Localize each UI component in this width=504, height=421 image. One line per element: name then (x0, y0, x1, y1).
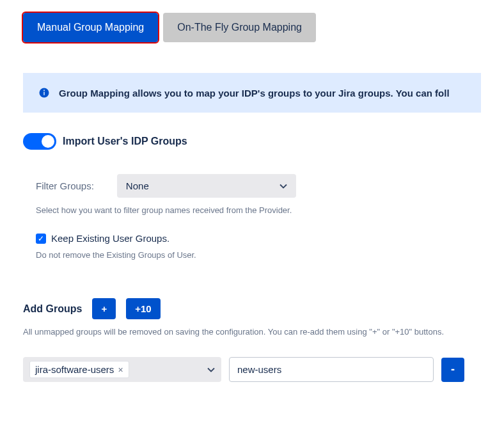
chevron-down-icon (207, 367, 215, 372)
add-groups-help: All unmapped groups will be removed on s… (23, 327, 481, 337)
svg-rect-1 (43, 92, 45, 95)
keep-existing-groups-checkbox[interactable]: ✓ (36, 234, 46, 244)
import-idp-groups-label: Import User's IDP Groups (63, 136, 187, 147)
selected-group-tag-label: jira-software-users (35, 364, 114, 375)
mapping-row: jira-software-users × - (23, 357, 481, 382)
toggle-knob (42, 135, 54, 148)
idp-group-input[interactable] (229, 357, 434, 382)
filter-groups-label: Filter Groups: (36, 180, 94, 191)
jira-group-select[interactable]: jira-software-users × (23, 357, 221, 382)
checkmark-icon: ✓ (38, 235, 44, 242)
tab-manual-group-mapping[interactable]: Manual Group Mapping (23, 13, 158, 42)
keep-existing-groups-help: Do not remove the Existing Groups of Use… (36, 250, 481, 260)
filter-groups-selected: None (126, 180, 149, 191)
selected-group-tag: jira-software-users × (29, 361, 129, 378)
filter-groups-help: Select how you want to filter group name… (36, 205, 481, 215)
svg-point-2 (43, 90, 45, 91)
remove-mapping-button[interactable]: - (441, 358, 464, 382)
keep-existing-groups-label: Keep Existing User Groups. (51, 233, 169, 244)
remove-tag-icon[interactable]: × (118, 365, 123, 375)
import-idp-groups-toggle[interactable] (23, 133, 56, 150)
info-icon (38, 87, 50, 99)
add-one-group-button[interactable]: + (92, 298, 116, 319)
info-banner-text: Group Mapping allows you to map your IDP… (59, 88, 450, 99)
filter-groups-select[interactable]: None (117, 174, 296, 198)
chevron-down-icon (280, 184, 287, 189)
tab-on-the-fly-group-mapping[interactable]: On-The Fly Group Mapping (163, 13, 316, 42)
add-groups-label: Add Groups (23, 303, 82, 315)
add-ten-groups-button[interactable]: +10 (126, 298, 160, 319)
info-banner: Group Mapping allows you to map your IDP… (23, 73, 481, 113)
